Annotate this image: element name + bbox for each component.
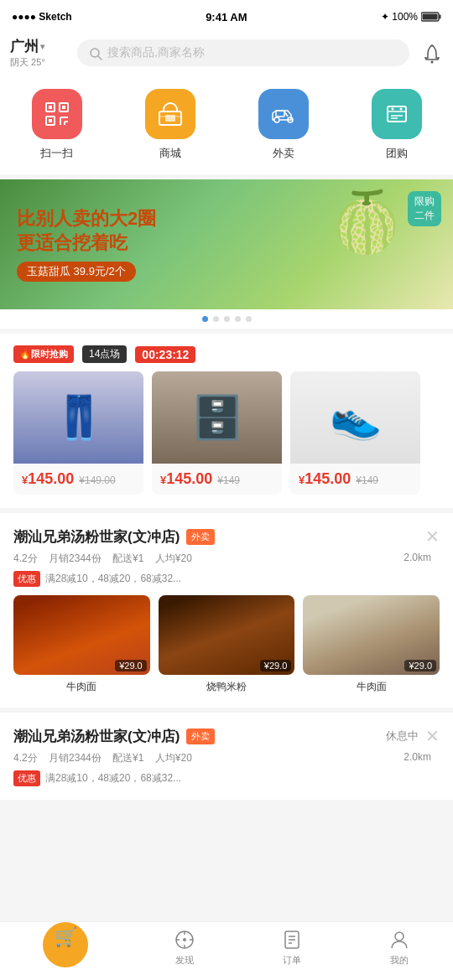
- dish-name-beef-soup-1: 牛肉面: [357, 680, 387, 694]
- waimai-tag-1: 外卖: [186, 529, 215, 545]
- action-group[interactable]: 团购: [372, 89, 422, 161]
- action-delivery[interactable]: 外卖: [258, 89, 309, 161]
- flash-countdown: 00:23:12: [135, 346, 195, 363]
- svg-rect-2: [423, 14, 438, 20]
- group-icon-box: [372, 89, 422, 139]
- dot-4[interactable]: [235, 316, 241, 322]
- svg-rect-21: [276, 111, 284, 117]
- waimai-tag-2: 外卖: [186, 729, 215, 744]
- banner-title-line1: 比别人卖的大2圈: [17, 207, 156, 231]
- dish-beef-soup-1[interactable]: ¥29.0 牛肉面: [303, 595, 440, 694]
- youhui-tag-2: 优惠: [13, 770, 40, 786]
- product-image-shoes: 👟: [290, 371, 420, 464]
- restaurant-card-1[interactable]: 潮汕兄弟汤粉世家(文冲店) 外卖 ✕ 4.2分 月销2344份 配送¥1 人均¥…: [0, 513, 453, 708]
- svg-line-4: [98, 56, 102, 60]
- search-bar[interactable]: 搜索商品,商家名称: [77, 39, 409, 66]
- svg-rect-11: [49, 119, 52, 122]
- banner-title-line2: 更适合挖着吃: [17, 231, 156, 256]
- location-area[interactable]: 广州 ▾ 阴天 25°: [10, 37, 69, 69]
- flash-products: 👖 145.00 149.00 🗄️ 145.00 149 👟 145: [0, 371, 453, 495]
- nav-home-btn[interactable]: 🛒 兜宝: [43, 922, 88, 967]
- flash-time-badge: 14点场: [82, 345, 127, 363]
- distance-1: 2.0km: [404, 552, 431, 563]
- dot-5[interactable]: [246, 316, 252, 322]
- status-signal: ●●●● Sketch: [12, 11, 72, 23]
- flash-sale-section: 🔥限时抢购 14点场 00:23:12 👖 145.00 149.00 🗄️ 1…: [0, 334, 453, 508]
- product-info-wardrobe: 145.00 149: [152, 464, 282, 495]
- flash-product-wardrobe[interactable]: 🗄️ 145.00 149: [152, 371, 282, 495]
- discover-icon: [174, 929, 195, 951]
- close-button-2[interactable]: ✕: [425, 726, 440, 746]
- dish-duck-rice-1[interactable]: ¥29.0 烧鸭米粉: [159, 595, 295, 694]
- per-person-1: 人均¥20: [155, 552, 192, 564]
- dish-beef-noodle-1[interactable]: ¥29.0 牛肉面: [13, 595, 150, 694]
- price-original-shoes: 149: [356, 474, 378, 486]
- banner-limit: 限购 二件: [408, 191, 441, 226]
- orders-label: 订单: [283, 954, 301, 967]
- orders-icon: [281, 929, 303, 951]
- mall-icon-box: [145, 89, 195, 139]
- nav-profile[interactable]: 我的: [388, 929, 410, 967]
- restaurant-card-2[interactable]: 潮汕兄弟汤粉世家(文冲店) 外卖 休息中 ✕ 4.2分 月销2344份 配送¥1…: [0, 713, 453, 800]
- svg-point-23: [391, 108, 393, 111]
- dot-2[interactable]: [213, 316, 219, 322]
- restaurant-name-row-1: 潮汕兄弟汤粉世家(文冲店) 外卖: [13, 527, 215, 547]
- rest-status-2: 休息中: [386, 729, 419, 744]
- dot-3[interactable]: [224, 316, 230, 322]
- bottom-nav: 🛒 兜宝 发现 订单 我的: [0, 921, 453, 980]
- price-original-pants: 149.00: [79, 474, 115, 486]
- distance-2: 2.0km: [404, 751, 431, 763]
- sales-2: 月销2344份: [49, 752, 102, 764]
- svg-point-5: [431, 60, 434, 63]
- dish-name-beef-noodle-1: 牛肉面: [66, 680, 96, 694]
- scan-icon-box: [32, 89, 82, 139]
- per-person-2: 人均¥20: [155, 752, 192, 764]
- status-time: 9:41 AM: [206, 11, 247, 23]
- discount-text-2: 满28减10，48减20，68减32...: [45, 771, 181, 786]
- nav-discover[interactable]: 发现: [174, 929, 195, 967]
- dish-price-beef-noodle-1: ¥29.0: [115, 660, 147, 671]
- quick-actions: 扫一扫 商城 外卖: [0, 77, 453, 179]
- flash-icon: 🔥限时抢购: [13, 345, 74, 363]
- svg-point-28: [183, 938, 186, 941]
- bell-icon[interactable]: [421, 41, 443, 64]
- close-button-1[interactable]: ✕: [425, 526, 440, 547]
- svg-rect-22: [388, 106, 406, 122]
- product-image-wardrobe: 🗄️: [152, 371, 282, 464]
- chevron-down-icon: ▾: [40, 42, 44, 51]
- price-current-wardrobe: 145.00: [160, 470, 212, 488]
- group-label: 团购: [386, 146, 408, 161]
- dish-price-duck-rice-1: ¥29.0: [260, 660, 292, 671]
- svg-rect-9: [49, 106, 52, 109]
- dishes-row-1: ¥29.0 牛肉面 ¥29.0 烧鸭米粉 ¥29.0 牛肉面: [13, 595, 440, 694]
- location-weather: 阴天 25°: [10, 56, 45, 69]
- svg-point-37: [395, 932, 404, 941]
- rating-1: 4.2分: [13, 552, 38, 564]
- price-row-wardrobe: 145.00 149: [160, 470, 273, 488]
- flash-product-pants[interactable]: 👖 145.00 149.00: [13, 371, 143, 495]
- action-scan[interactable]: 扫一扫: [32, 89, 82, 161]
- discount-row-1: 优惠 满28减10，48减20，68减32...: [13, 571, 440, 587]
- nav-orders[interactable]: 订单: [281, 929, 303, 967]
- search-placeholder: 搜索商品,商家名称: [107, 45, 205, 60]
- discover-label: 发现: [175, 954, 194, 967]
- status-battery: ✦ 100%: [381, 11, 441, 23]
- flash-product-shoes[interactable]: 👟 145.00 149: [290, 371, 420, 495]
- delivery-icon-box: [258, 89, 309, 139]
- banner-content: 比别人卖的大2圈 更适合挖着吃 玉菇甜瓜 39.9元/2个: [0, 195, 173, 293]
- dot-1[interactable]: [202, 316, 208, 322]
- search-icon: [89, 45, 102, 60]
- location-city[interactable]: 广州 ▾: [10, 37, 44, 56]
- dish-price-beef-soup-1: ¥29.0: [404, 660, 436, 671]
- restaurant-meta-1: 4.2分 月销2344份 配送¥1 人均¥20 2.0km: [13, 552, 440, 566]
- restaurant-right-2: 休息中 ✕: [386, 726, 440, 746]
- svg-point-24: [399, 108, 402, 111]
- banner-section[interactable]: 比别人卖的大2圈 更适合挖着吃 玉菇甜瓜 39.9元/2个 限购 二件 🍈: [0, 179, 453, 329]
- sales-1: 月销2344份: [49, 552, 102, 564]
- banner-dots: [0, 309, 453, 329]
- youhui-tag-1: 优惠: [13, 571, 40, 587]
- header: 广州 ▾ 阴天 25° 搜索商品,商家名称: [0, 30, 453, 77]
- action-mall[interactable]: 商城: [145, 89, 195, 161]
- delivery-label: 外卖: [273, 146, 294, 161]
- nav-home[interactable]: 🛒 兜宝: [43, 922, 88, 974]
